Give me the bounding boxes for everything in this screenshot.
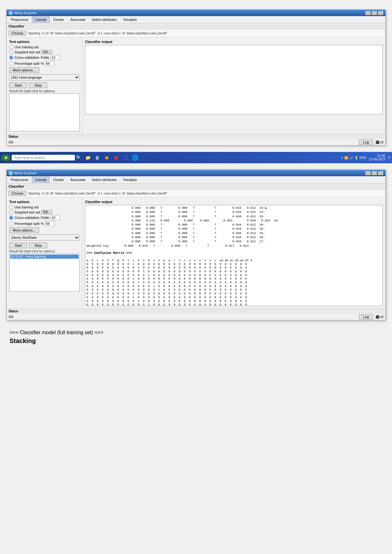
- tray-battery: 🔋: [354, 156, 358, 160]
- bottom-result-item-0[interactable]: 16:10:42 - meta.Stacking: [10, 255, 79, 259]
- bottom-menu-associate[interactable]: Associate: [68, 177, 88, 183]
- bottom-supplied-test-row: Supplied test set Set...: [9, 210, 80, 214]
- matrix-row-3: 0 0 0 0 0 0 0 0 0 0 0 0 1 0 0 0 0 0 0 0 …: [87, 274, 381, 278]
- bottom-stop-button[interactable]: Stop: [29, 243, 47, 248]
- top-choose-button[interactable]: Choose: [9, 31, 26, 36]
- menu-associate[interactable]: Associate: [68, 17, 88, 22]
- top-folds-input[interactable]: [51, 55, 60, 60]
- bottom-start-button[interactable]: Start: [9, 243, 27, 248]
- bottom-menu-cluster[interactable]: Cluster: [50, 177, 67, 183]
- tray-notifications[interactable]: 🗨: [388, 156, 391, 160]
- bottom-folds-input[interactable]: [51, 215, 60, 220]
- bottom-test-options-label: Test options: [9, 200, 80, 204]
- top-window-title: Weka Explorer: [14, 11, 37, 15]
- below-text-section: === Classifier model (full training set)…: [0, 327, 392, 348]
- minimize-button[interactable]: —: [365, 11, 371, 15]
- taskbar-icon-trash[interactable]: 🗑: [93, 154, 101, 161]
- top-log-button[interactable]: Log: [359, 140, 373, 145]
- top-use-training-label: Use training set: [15, 45, 39, 49]
- taskbar-right: ∧ 📶 🔊 🔋 ENG 11:05 13-09-2019 🗨: [341, 154, 391, 161]
- bottom-minimize-button[interactable]: —: [365, 171, 371, 175]
- bottom-titlebar: Weka Explorer — □ ×: [7, 170, 385, 176]
- menu-cluster[interactable]: Cluster: [50, 17, 67, 22]
- output-line-7: 0.000 0.000 ? 0.000 ? ? 0.050 0.012 20-: [87, 231, 381, 235]
- top-xo-indicator: ⬛ x0: [376, 141, 383, 144]
- bottom-app-icon: [9, 171, 13, 175]
- top-classifier-output: [85, 45, 383, 114]
- top-start-button[interactable]: Start: [9, 82, 27, 88]
- taskbar-icon-files[interactable]: 📁: [84, 154, 92, 161]
- restore-button[interactable]: □: [371, 11, 377, 15]
- top-status-row: OK Log ⬛ x0: [7, 139, 385, 145]
- top-attribute-select[interactable]: (Str) UserLanguage: [9, 74, 80, 81]
- matrix-row-2: 0 0 0 0 0 0 0 0 0 0 0 1 0 0 0 0 0 0 0 0 …: [87, 270, 381, 274]
- bottom-menu-select-attributes[interactable]: Select attributes: [89, 177, 120, 183]
- bottom-xo-indicator: ⬛ x0: [376, 315, 383, 319]
- top-cv-radio[interactable]: [9, 56, 13, 60]
- menu-visualize[interactable]: Visualize: [120, 17, 140, 22]
- top-window-controls[interactable]: — □ ×: [365, 11, 383, 15]
- top-folds-label: Folds: [41, 56, 49, 59]
- top-choose-text: Stacking -X 10 -M "weka.classifiers.rule…: [28, 32, 167, 35]
- taskbar-search-input[interactable]: [12, 155, 75, 160]
- bottom-restore-button[interactable]: □: [371, 171, 377, 175]
- top-use-training-radio[interactable]: [9, 45, 13, 49]
- bottom-use-training-radio[interactable]: [9, 205, 13, 209]
- top-set-button[interactable]: Set...: [41, 50, 52, 54]
- top-result-list[interactable]: [9, 93, 80, 131]
- bottom-supplied-test-radio[interactable]: [9, 210, 13, 214]
- menu-classify[interactable]: Classify: [32, 17, 50, 22]
- taskbar-icon-blue[interactable]: ⬡: [122, 154, 130, 161]
- top-use-training-set-row: Use training set: [9, 45, 80, 49]
- bottom-pct-radio[interactable]: [9, 222, 13, 226]
- matrix-row-5: 0 0 0 0 0 0 0 0 0 0 1 0 0 0 0 0 0 0 0 0 …: [87, 281, 381, 285]
- bottom-pct-row: Percentage split %: [9, 221, 80, 226]
- bottom-more-options-button[interactable]: More options...: [9, 227, 39, 233]
- bottom-titlebar-left: Weka Explorer: [9, 171, 37, 175]
- output-line-4: 0.000 0.215 0.000 0.000 0.000 -0.052 0.0…: [87, 219, 381, 223]
- bottom-result-list[interactable]: 16:10:42 - meta.Stacking: [9, 254, 80, 292]
- bottom-pct-symbol: %: [41, 222, 44, 226]
- bottom-attribute-select[interactable]: (Nom) StartDate: [9, 234, 80, 241]
- bottom-cv-radio[interactable]: [9, 216, 13, 220]
- bottom-log-button[interactable]: Log: [359, 314, 373, 319]
- taskbar-icon-media1[interactable]: ■: [103, 154, 111, 161]
- bottom-folds-label: Folds: [41, 216, 49, 220]
- top-stop-button[interactable]: Stop: [29, 82, 47, 88]
- search-icon: 🔍: [76, 155, 81, 160]
- taskbar-icon-green[interactable]: 🌐: [131, 154, 139, 161]
- top-pct-split-label: Percentage split: [15, 62, 39, 65]
- tray-sound: 🔊: [349, 156, 353, 160]
- close-button[interactable]: ×: [378, 11, 383, 15]
- start-button[interactable]: ⊞: [1, 154, 10, 161]
- top-pct-input[interactable]: [45, 61, 55, 66]
- matrix-row-7: 0 0 0 0 0 0 0 0 0 0 0 0 0 0 1 0 0 0 0 0 …: [87, 288, 381, 292]
- top-cv-label: Cross-validation: [15, 56, 39, 59]
- top-status-header: Status: [7, 134, 385, 139]
- bottom-set-button[interactable]: Set...: [41, 210, 52, 214]
- bottom-use-training-label: Use training set: [15, 205, 39, 209]
- bottom-menu-classify[interactable]: Classify: [32, 177, 50, 183]
- taskbar-icon-media2[interactable]: ◆: [112, 154, 120, 161]
- bottom-choose-button[interactable]: Choose: [9, 191, 26, 196]
- bottom-pct-input[interactable]: [45, 221, 55, 226]
- bottom-window-controls[interactable]: — □ ×: [365, 171, 383, 175]
- top-classifier-output-label: Classifier output: [85, 40, 383, 44]
- top-pct-radio[interactable]: [9, 62, 13, 66]
- top-more-options-button[interactable]: More options...: [9, 67, 39, 73]
- tray-wifi: 📶: [344, 156, 348, 160]
- output-line-1: 0.000 0.000 ? 0.000 ? ? 0.044 0.012 19-▲: [87, 206, 381, 210]
- bottom-close-button[interactable]: ×: [378, 171, 383, 175]
- bottom-menu-preprocess[interactable]: Preprocess: [8, 177, 31, 183]
- output-line-5: 0.000 0.000 ? 0.000 ? ? 0.044 0.012 20-: [87, 223, 381, 227]
- menu-preprocess[interactable]: Preprocess: [8, 17, 31, 22]
- bottom-menu-visualize[interactable]: Visualize: [120, 177, 140, 183]
- top-supplied-test-radio[interactable]: [9, 50, 13, 54]
- output-line-8: 0.000 0.000 ? 0.000 ? ? 0.044 0.012 20-: [87, 235, 381, 239]
- top-right-panel: Classifier output: [82, 37, 385, 134]
- bottom-classifier-panel-header: Classifier: [7, 184, 385, 190]
- menu-select-attributes[interactable]: Select attributes: [89, 17, 120, 22]
- bottom-status-row: OK Log ⬛ x0: [7, 314, 385, 320]
- matrix-row-9: 0 0 0 0 0 0 0 0 0 1 0 0 0 0 0 0 0 0 0 0 …: [87, 296, 381, 300]
- bottom-classifier-output[interactable]: 0.000 0.000 ? 0.000 ? ? 0.044 0.012 19-▲…: [85, 205, 383, 306]
